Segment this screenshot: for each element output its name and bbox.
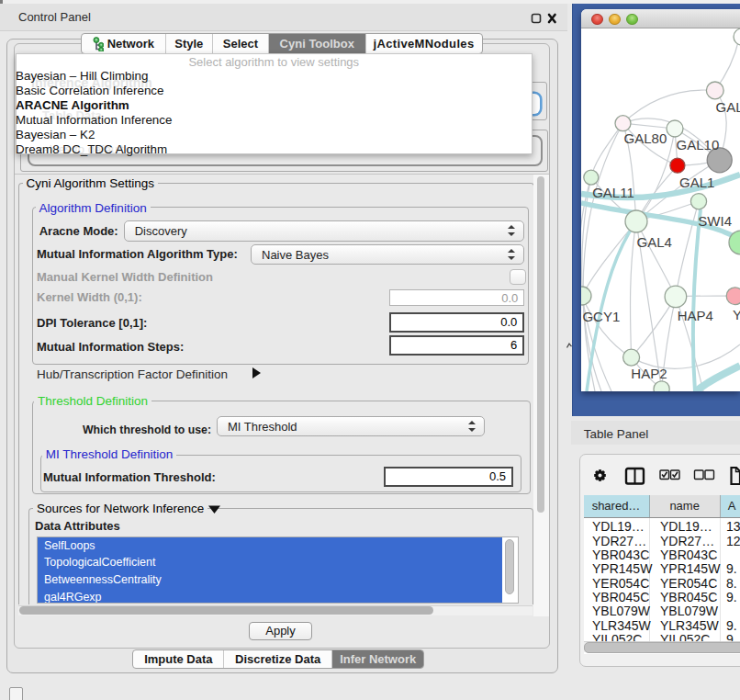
- svg-text:GAL11: GAL11: [592, 185, 634, 200]
- svg-text:GAL1: GAL1: [679, 175, 714, 190]
- svg-text:GAL10: GAL10: [677, 137, 720, 152]
- svg-text:Y: Y: [733, 307, 740, 322]
- svg-text:HAP2: HAP2: [631, 366, 667, 381]
- svg-text:HAP4: HAP4: [678, 308, 713, 323]
- svg-text:GAL4: GAL4: [637, 234, 672, 250]
- svg-text:GCY1: GCY1: [582, 309, 620, 324]
- svg-text:GAL80: GAL80: [624, 130, 667, 146]
- svg-text:SWI4: SWI4: [698, 213, 732, 229]
- svg-text:GAL: GAL: [716, 99, 740, 115]
